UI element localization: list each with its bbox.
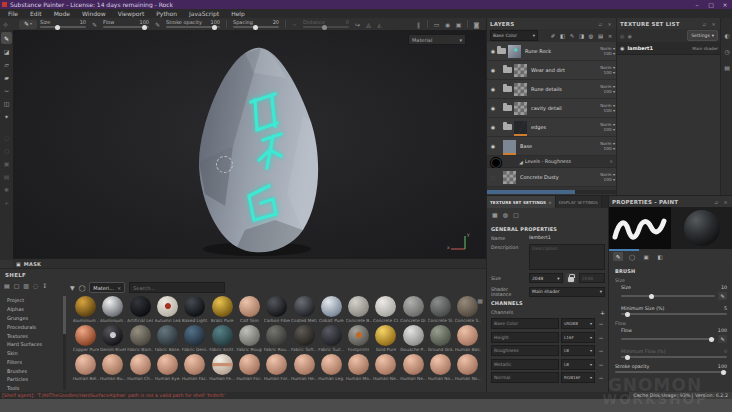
remove-channel-icon[interactable]: − [597, 361, 605, 368]
toolbar-slider-distance[interactable]: Distance0 [303, 20, 349, 29]
size-dropdown[interactable]: 2048 ▾ [529, 273, 563, 283]
shelf-category-procedurals[interactable]: Procedurals [5, 322, 60, 331]
menu-item-mode[interactable]: Mode [48, 10, 76, 17]
material-item[interactable]: Human Ch... [127, 354, 154, 381]
pencil-ruler-icon[interactable]: ✐ [549, 33, 557, 39]
viewport-3d[interactable]: Material ▾ x y [13, 30, 486, 258]
menu-item-edit[interactable]: Edit [24, 10, 48, 17]
menu-item-viewport[interactable]: Viewport [112, 10, 151, 17]
close-icon[interactable]: × [605, 21, 614, 27]
environment-sphere-icon[interactable]: ◉ [442, 21, 453, 28]
shelf-mode-icon[interactable]: ▤ [724, 64, 730, 71]
import-resource-icon[interactable]: ▥ [23, 282, 29, 289]
material-item[interactable]: Aluminium ... [99, 296, 126, 323]
layer-blend-opacity[interactable]: Norm ▾100 ▾ [591, 46, 615, 57]
slider-track[interactable] [615, 371, 727, 373]
material-picker-icon[interactable]: ✦ [1, 110, 12, 122]
layer-row-edges[interactable]: ◉edgesNorm ▾100 ▾ [487, 118, 617, 137]
layer-blend-opacity[interactable]: Norm ▾100 ▾ [591, 103, 615, 114]
shading-mode-dropdown[interactable]: Material ▾ [408, 34, 466, 45]
resources-icon[interactable]: ▤ [1, 170, 12, 182]
menu-item-file[interactable]: File [2, 10, 24, 17]
material-item[interactable]: Gold Pure [372, 325, 399, 352]
material-item[interactable]: Autumn Leaf [154, 296, 181, 323]
material-item[interactable]: Human Ne... [372, 354, 399, 381]
slider-track[interactable] [233, 26, 279, 28]
filter-chip-materials[interactable]: Materi... × [89, 282, 125, 293]
fill-settings-icon[interactable]: ◭ [374, 21, 385, 28]
material-item[interactable]: Footprints [345, 325, 372, 352]
smudge-tool-icon[interactable]: ~ [1, 84, 12, 96]
remove-effect-icon[interactable]: × [609, 159, 615, 164]
scrollbar-thumb[interactable] [63, 296, 66, 334]
channel-filter-dropdown[interactable]: Base Color ▾ [490, 30, 538, 41]
layer-row-rune-rock[interactable]: ◉Rune RockNorm ▾100 ▾ [487, 42, 617, 61]
slider-track[interactable] [621, 356, 727, 358]
material-item[interactable]: Cobalt Pure [318, 296, 345, 323]
material-item[interactable]: Human Bas... [454, 325, 481, 352]
slider-knob[interactable] [253, 25, 258, 30]
material-item[interactable]: Human Leg... [318, 354, 345, 381]
layer-thumbnail[interactable] [503, 171, 516, 184]
smart-mask-icon[interactable]: ◍ [587, 33, 595, 39]
remove-channel-icon[interactable]: − [597, 374, 605, 381]
filter-circle-icon[interactable]: ◯ [79, 284, 86, 291]
toolbar-slider-spacing[interactable]: Spacing20 [233, 20, 279, 29]
material-item[interactable]: Human Bu... [99, 354, 126, 381]
slider-knob[interactable] [55, 25, 60, 30]
material-item[interactable]: Denim Rivet [99, 325, 126, 352]
close-icon[interactable]: × [709, 21, 718, 27]
material-item[interactable]: Copper Pure [72, 325, 99, 352]
categories-scrollbar[interactable] [63, 296, 66, 390]
property-slider-minimum-size-[interactable]: Minimum Size (%)5 [621, 306, 727, 315]
slider-track[interactable] [621, 295, 715, 297]
material-item[interactable]: Baked Light... [181, 296, 208, 323]
material-item[interactable]: Concrete Di... [400, 296, 427, 323]
add-folder-icon[interactable]: ▤ [597, 33, 605, 39]
minimize-button[interactable]: – [690, 1, 704, 8]
material-item[interactable]: Artificial Lea... [127, 296, 154, 323]
material-item[interactable]: Brass Pure [209, 296, 236, 323]
material-item[interactable]: Human No... [454, 354, 481, 381]
toolbar-slider-size[interactable]: Size10 [40, 20, 86, 29]
slider-knob[interactable] [212, 25, 217, 30]
undock-icon[interactable]: ▱ [596, 21, 605, 27]
remove-channel-icon[interactable]: − [597, 320, 605, 327]
layer-thumbnail[interactable] [514, 102, 527, 115]
delete-layer-icon[interactable]: × [606, 33, 614, 39]
polygon-fill-tool-icon[interactable]: ▰ [1, 71, 12, 83]
material-item[interactable]: Fabric Suit... [318, 325, 345, 352]
material-mode-icon[interactable]: ◐ [724, 32, 729, 39]
description-field[interactable]: Description [529, 244, 605, 270]
layer-row-wear-and-dirt[interactable]: ◉Wear and dirtNorm ▾100 ▾ [487, 61, 617, 80]
material-item[interactable]: Human Eye... [154, 354, 181, 381]
close-button[interactable]: × [718, 1, 732, 8]
property-slider-minimum-flow-[interactable]: Minimum Flow (%)0 [621, 349, 727, 358]
add-channel-icon[interactable]: + [600, 309, 605, 316]
material-item[interactable]: Human For... [263, 354, 290, 381]
channel-name-field[interactable]: Base Color [491, 318, 559, 329]
fill-layer-icon[interactable]: ◧ [559, 33, 567, 39]
quick-mask-icon[interactable]: ◌ [1, 131, 12, 143]
material-item[interactable]: Coated Metal [291, 296, 318, 323]
material-item[interactable]: Fabric Soft... [291, 325, 318, 352]
shelf-category-project[interactable]: Project [5, 296, 60, 305]
brush-tab-icon[interactable]: ✎ [613, 252, 623, 261]
channels-grid-icon[interactable]: ▦ [492, 211, 498, 218]
settings-button[interactable]: Settings ▾ [687, 30, 718, 41]
eye-icon[interactable]: ◌ [489, 174, 497, 180]
material-item[interactable]: Fabric Rough [236, 325, 263, 352]
settings-gear-icon[interactable]: ✱ [1, 183, 12, 195]
slider-track[interactable] [103, 26, 149, 28]
pan-icon[interactable]: ✥ [0, 21, 11, 28]
menu-item-help[interactable]: Help [225, 10, 251, 17]
material-item[interactable]: Concrete Sl... [427, 296, 454, 323]
toolbar-slider-stroke-opacity[interactable]: Stroke opacity100 [166, 20, 220, 29]
layer-blend-opacity[interactable]: Norm ▾100 ▾ [591, 122, 615, 133]
layer-row-cavity-detail[interactable]: ◉cavity detailNorm ▾100 ▾ [487, 99, 617, 118]
new-resource-icon[interactable]: ▢ [14, 282, 20, 289]
material-item[interactable]: Human Fac... [181, 354, 208, 381]
remove-channel-icon[interactable]: − [597, 347, 605, 354]
layer-row-base[interactable]: ◉BaseNorm ▾100 ▾ [487, 137, 617, 156]
material-item[interactable]: Human No... [427, 354, 454, 381]
